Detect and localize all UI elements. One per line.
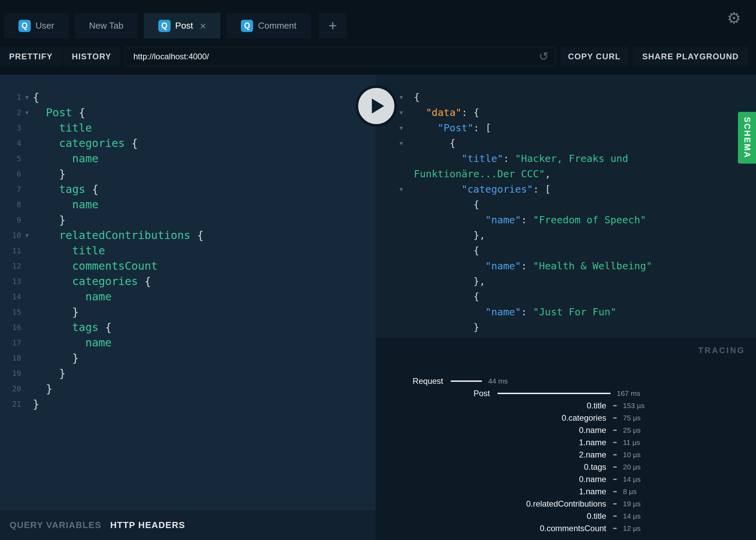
tab-post[interactable]: QPost× — [144, 13, 221, 39]
line-number: 20 — [0, 381, 21, 396]
code-text: } — [414, 320, 479, 335]
add-tab-button[interactable]: + — [319, 13, 347, 39]
code-text: }, — [414, 274, 485, 289]
tab-user[interactable]: QUser — [4, 13, 69, 39]
tracing-row-label: 0.title — [376, 401, 606, 410]
prettify-button[interactable]: PRETTIFY — [0, 47, 62, 66]
query-code-line: 3title — [0, 120, 376, 136]
share-playground-button[interactable]: SHARE PLAYGROUND — [633, 47, 748, 66]
code-text: name — [33, 197, 99, 212]
line-number: 14 — [0, 289, 21, 304]
tracing-row: 0.tags20 µs — [376, 461, 756, 473]
settings-gear-icon[interactable]: ⚙ — [727, 10, 741, 26]
schema-tab[interactable]: SCHEMA — [738, 112, 756, 164]
fold-arrow-icon[interactable]: ▾ — [399, 105, 414, 120]
query-code-line: 8name — [0, 197, 376, 212]
tracing-row: 1.name11 µs — [376, 436, 756, 449]
line-number: 11 — [0, 243, 21, 258]
code-text: Post { — [33, 105, 85, 120]
fold-spacer — [21, 366, 33, 381]
tracing-title: TRACING — [698, 346, 745, 355]
fold-arrow-icon[interactable]: ▾ — [21, 90, 33, 105]
fold-spacer — [21, 136, 33, 151]
fold-spacer — [21, 335, 33, 350]
fold-arrow-icon[interactable]: ▾ — [399, 90, 414, 105]
fold-spacer — [21, 258, 33, 274]
query-code-line: 16tags { — [0, 320, 376, 335]
response-code-line: } — [376, 320, 756, 335]
tracing-duration-dash — [613, 491, 617, 492]
response-code-line: { — [376, 289, 756, 304]
reload-icon[interactable]: ↺ — [539, 50, 549, 62]
code-text: categories { — [33, 136, 138, 151]
tracing-row: 0.title153 µs — [376, 400, 756, 412]
tracing-row-label: 0.categories — [376, 413, 606, 423]
tracing-row: 0.relatedContributions19 µs — [376, 498, 756, 510]
tracing-row: 0.commentsCount12 µs — [376, 522, 756, 535]
query-type-icon: Q — [158, 20, 171, 32]
tab-new-tab[interactable]: New Tab — [75, 13, 138, 39]
line-number: 19 — [0, 366, 21, 381]
fold-arrow-icon[interactable]: ▾ — [399, 136, 414, 151]
fold-spacer — [21, 151, 33, 166]
tracing-row-label: 0.relatedContributions — [376, 499, 606, 509]
code-text: } — [33, 166, 66, 182]
response-code-line: "name": "Freedom of Speech" — [376, 212, 756, 228]
code-text: "title": "Hacker, Freaks und — [414, 151, 628, 166]
tracing-row-time: 167 ms — [617, 389, 640, 397]
code-text: } — [33, 396, 39, 412]
response-pane: ▾{▾"data": {▾"Post": [▾{"title": "Hacker… — [376, 75, 756, 338]
query-code-line: 4categories { — [0, 136, 376, 151]
code-text: } — [33, 304, 79, 320]
tab-label: Comment — [258, 20, 296, 31]
code-text: categories { — [33, 274, 151, 289]
fold-arrow-icon[interactable]: ▾ — [21, 228, 33, 243]
tracing-row: 0.name14 µs — [376, 473, 756, 485]
tracing-row-label: 1.name — [376, 438, 606, 447]
fold-spacer — [399, 228, 414, 243]
query-code-line: 7tags { — [0, 182, 376, 197]
tab-comment[interactable]: QComment — [227, 13, 311, 39]
code-text: name — [33, 151, 99, 166]
fold-spacer — [21, 166, 33, 182]
tracing-row-label: Post — [376, 389, 490, 398]
line-number: 8 — [0, 197, 21, 212]
code-text: "Post": [ — [414, 120, 491, 136]
code-text: title — [33, 120, 92, 136]
fold-spacer — [399, 335, 414, 338]
line-number: 12 — [0, 258, 21, 274]
tab-bar: QUserNew TabQPost×QComment+ ⚙ — [0, 0, 756, 39]
tracing-row-time: 10 µs — [623, 451, 641, 459]
code-text: "name": "Health & Wellbeing" — [414, 258, 652, 274]
fold-arrow-icon[interactable]: ▾ — [21, 105, 33, 120]
tracing-row-label: 0.title — [376, 511, 606, 521]
line-number: 13 — [0, 274, 21, 289]
history-button[interactable]: HISTORY — [63, 47, 120, 66]
response-code-line: "name": "Just For Fun" — [376, 304, 756, 320]
url-input[interactable] — [125, 47, 555, 66]
execute-button[interactable] — [355, 85, 397, 127]
query-editor-pane[interactable]: 1▾{2▾Post {3title4categories {5name6}7ta… — [0, 75, 376, 510]
copy-curl-button[interactable]: COPY CURL — [560, 47, 628, 66]
tracing-duration-bar — [451, 380, 482, 382]
response-code-line: { — [376, 243, 756, 258]
query-variables-tab[interactable]: QUERY VARIABLES — [10, 520, 101, 530]
graphql-playground-window: QUserNew TabQPost×QComment+ ⚙ PRETTIFY H… — [0, 0, 756, 540]
fold-spacer — [399, 197, 414, 212]
tracing-row-time: 19 µs — [623, 500, 641, 508]
fold-spacer — [399, 274, 414, 289]
http-headers-tab[interactable]: HTTP HEADERS — [110, 520, 185, 530]
query-code-line: 15} — [0, 304, 376, 320]
response-code-line: ] — [376, 335, 756, 338]
fold-spacer — [399, 243, 414, 258]
response-code-line: "title": "Hacker, Freaks und — [376, 151, 756, 166]
tracing-row-time: 14 µs — [623, 512, 641, 520]
close-tab-icon[interactable]: × — [200, 20, 206, 31]
fold-arrow-icon[interactable]: ▾ — [399, 120, 414, 136]
code-text: tags { — [33, 182, 99, 197]
tracing-duration-dash — [613, 528, 617, 529]
tracing-duration-dash — [613, 417, 617, 419]
tab-label: Post — [175, 20, 193, 31]
fold-spacer — [21, 320, 33, 335]
fold-arrow-icon[interactable]: ▾ — [399, 182, 414, 197]
